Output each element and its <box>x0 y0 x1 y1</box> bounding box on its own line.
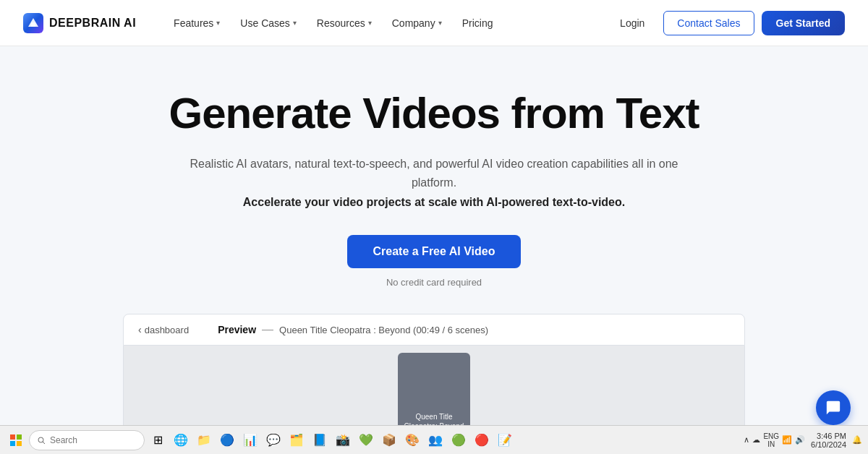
taskbar-volume[interactable]: 🔊 <box>795 435 805 445</box>
taskbar-chrome[interactable]: 🔵 <box>217 430 237 450</box>
preview-description: Queen Title Cleopatra : Beyond (00:49 / … <box>279 325 488 335</box>
taskbar-teams[interactable]: 👥 <box>425 430 446 450</box>
taskbar-right: ∧ ☁ ENG IN 📶 🔊 3:46 PM 6/10/2024 🔔 <box>744 432 862 449</box>
navbar: DEEPBRAIN AI Features ▾ Use Cases ▾ Reso… <box>0 0 868 46</box>
chat-bubble-button[interactable] <box>816 390 851 425</box>
hero-title: Generate Videos from Text <box>169 90 699 137</box>
nav-actions: Login Contact Sales Get Started <box>608 11 845 35</box>
taskbar-up-arrow[interactable]: ∧ <box>744 435 749 445</box>
chevron-down-icon: ▾ <box>438 19 442 27</box>
nav-pricing[interactable]: Pricing <box>454 12 502 35</box>
taskbar-clock: 3:46 PM 6/10/2024 <box>811 432 846 449</box>
contact-sales-button[interactable]: Contact Sales <box>663 11 754 35</box>
hero-subtitle: Realistic AI avatars, natural text-to-sp… <box>188 155 680 192</box>
nav-features[interactable]: Features ▾ <box>165 12 229 35</box>
preview-separator: — <box>262 323 273 336</box>
nav-links: Features ▾ Use Cases ▾ Resources ▾ Compa… <box>165 12 608 35</box>
svg-point-6 <box>38 437 43 442</box>
preview-label: Preview <box>218 324 256 335</box>
taskbar: ⊞ 🌐 📁 🔵 📊 💬 🗂️ 📘 📸 💚 📦 🎨 👥 🟢 🔴 📝 ∧ ☁ ENG… <box>0 425 868 454</box>
hero-subtitle-bold: Accelerate your video projects at scale … <box>243 196 625 209</box>
search-input[interactable] <box>50 435 122 445</box>
preview-bar: ‹ dashboard Preview — Queen Title Cleopa… <box>123 314 745 346</box>
chevron-down-icon: ▾ <box>368 19 372 27</box>
logo-text: DEEPBRAIN AI <box>49 17 136 30</box>
taskbar-wifi: 📶 <box>782 435 792 445</box>
taskbar-excel[interactable]: 📊 <box>240 430 260 450</box>
taskbar-icons: ⊞ 🌐 📁 🔵 📊 💬 🗂️ 📘 📸 💚 📦 🎨 👥 🟢 🔴 📝 <box>148 430 515 450</box>
taskbar-date: 6/10/2024 <box>811 440 846 449</box>
back-arrow-icon: ‹ <box>138 324 142 335</box>
chevron-down-icon: ▾ <box>293 19 297 27</box>
back-to-dashboard[interactable]: ‹ dashboard <box>138 324 189 335</box>
hero-section: Generate Videos from Text Realistic AI a… <box>0 46 868 454</box>
preview-title-section: Preview — Queen Title Cleopatra : Beyond… <box>218 323 488 336</box>
taskbar-app1[interactable]: 📦 <box>379 430 399 450</box>
svg-rect-1 <box>31 22 35 27</box>
taskbar-facebook[interactable]: 📘 <box>310 430 330 450</box>
taskbar-chrome2[interactable]: 🔴 <box>472 430 492 450</box>
taskbar-search[interactable] <box>29 430 145 450</box>
nav-use-cases[interactable]: Use Cases ▾ <box>231 12 305 35</box>
logo[interactable]: DEEPBRAIN AI <box>23 13 136 33</box>
login-button[interactable]: Login <box>608 12 656 35</box>
start-button[interactable] <box>6 430 26 450</box>
svg-rect-5 <box>17 441 22 446</box>
get-started-button[interactable]: Get Started <box>762 11 845 35</box>
taskbar-task-view[interactable]: ⊞ <box>148 430 168 450</box>
chevron-down-icon: ▾ <box>216 19 220 27</box>
nav-resources[interactable]: Resources ▾ <box>308 12 380 35</box>
taskbar-app2[interactable]: 🟢 <box>448 430 469 450</box>
taskbar-adobe[interactable]: 🎨 <box>402 430 422 450</box>
svg-rect-2 <box>10 434 15 440</box>
cta-button[interactable]: Create a Free AI Video <box>347 235 522 268</box>
svg-rect-4 <box>10 441 15 446</box>
logo-icon <box>23 13 43 33</box>
taskbar-notes[interactable]: 📝 <box>495 430 515 450</box>
no-credit-card-text: No credit card required <box>386 277 482 288</box>
search-icon <box>37 436 46 445</box>
taskbar-files[interactable]: 🗂️ <box>286 430 307 450</box>
taskbar-time: 3:46 PM <box>811 432 846 440</box>
taskbar-edge[interactable]: 🌐 <box>171 430 191 450</box>
taskbar-explorer[interactable]: 📁 <box>194 430 214 450</box>
taskbar-whatsapp[interactable]: 💚 <box>356 430 376 450</box>
svg-rect-3 <box>17 434 22 440</box>
taskbar-instagram[interactable]: 📸 <box>333 430 353 450</box>
svg-line-7 <box>43 442 45 444</box>
taskbar-notification[interactable]: 🔔 <box>852 435 862 445</box>
nav-company[interactable]: Company ▾ <box>383 12 451 35</box>
taskbar-eng-label[interactable]: ENG IN <box>763 432 779 448</box>
taskbar-messenger[interactable]: 💬 <box>263 430 284 450</box>
taskbar-weather[interactable]: ☁ <box>752 435 760 445</box>
taskbar-sys-icons: ∧ ☁ ENG IN 📶 🔊 <box>744 432 805 448</box>
